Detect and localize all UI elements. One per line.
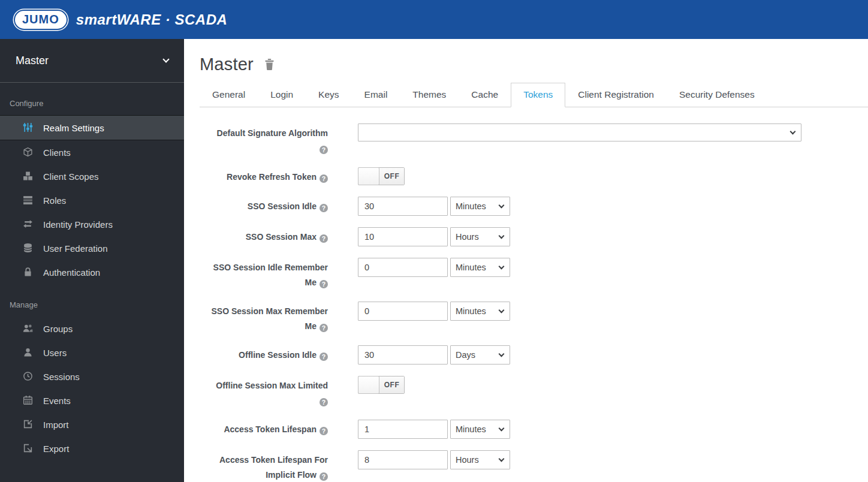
sidebar-item-label: Sessions bbox=[43, 372, 80, 382]
sidebar-item-groups[interactable]: Groups bbox=[0, 317, 184, 341]
help-icon[interactable]: ? bbox=[320, 146, 328, 154]
sidebar-item-client-scopes[interactable]: Client Scopes bbox=[0, 164, 184, 188]
tab-security-defenses[interactable]: Security Defenses bbox=[667, 83, 767, 107]
sidebar-item-events[interactable]: Events bbox=[0, 388, 184, 412]
sidebar-item-label: Authentication bbox=[43, 267, 100, 278]
access-token-lifespan-for-implicit-flow-unit-select[interactable]: Hours bbox=[450, 450, 510, 469]
field-control-sso-session-max-remember-me: Minutes bbox=[358, 302, 510, 321]
offline-session-max-limited-toggle[interactable]: OFF bbox=[358, 376, 405, 394]
sidebar: Master ConfigureRealm SettingsClientsCli… bbox=[0, 39, 184, 482]
tab-login[interactable]: Login bbox=[258, 83, 306, 107]
tab-keys[interactable]: Keys bbox=[306, 83, 351, 107]
default-signature-algorithm-select-wrap bbox=[358, 123, 801, 141]
import-icon bbox=[23, 419, 34, 430]
field-label-text: SSO Session Max Remember Me bbox=[211, 306, 328, 331]
sidebar-item-export[interactable]: Export bbox=[0, 436, 184, 460]
access-token-lifespan-for-implicit-flow-unit-select-wrap: Hours bbox=[450, 450, 510, 469]
form-row-revoke-refresh-token: Revoke Refresh Token?OFF bbox=[208, 167, 868, 185]
tab-general[interactable]: General bbox=[200, 83, 258, 107]
help-icon[interactable]: ? bbox=[320, 204, 328, 212]
help-icon[interactable]: ? bbox=[320, 427, 328, 435]
sso-session-idle-unit-select[interactable]: Minutes bbox=[450, 197, 510, 216]
trash-icon bbox=[264, 59, 275, 70]
offline-session-idle-unit-select[interactable]: Days bbox=[450, 345, 510, 364]
realm-tabs: GeneralLoginKeysEmailThemesCacheTokensCl… bbox=[200, 83, 868, 107]
field-control-offline-session-idle: Days bbox=[358, 345, 510, 364]
brand-text: smartWARE · SCADA bbox=[76, 11, 228, 28]
sidebar-item-clients[interactable]: Clients bbox=[0, 140, 184, 164]
sidebar-item-roles[interactable]: Roles bbox=[0, 188, 184, 212]
field-label-sso-session-idle-remember-me: SSO Session Idle Remember Me? bbox=[208, 258, 328, 290]
sso-session-max-input[interactable] bbox=[358, 227, 448, 246]
revoke-refresh-token-toggle[interactable]: OFF bbox=[358, 167, 405, 185]
sidebar-item-label: Roles bbox=[43, 195, 66, 206]
page-title: Master bbox=[200, 54, 254, 74]
realm-selector[interactable]: Master bbox=[0, 39, 184, 83]
field-label-text: Offline Session Max Limited bbox=[216, 381, 328, 390]
sidebar-item-users[interactable]: Users bbox=[0, 341, 184, 364]
access-token-lifespan-input[interactable] bbox=[358, 420, 448, 439]
users-icon bbox=[23, 323, 34, 334]
sidebar-item-label: Import bbox=[43, 420, 69, 430]
field-label-default-signature-algorithm: Default Signature Algorithm? bbox=[208, 123, 328, 156]
sso-session-max-unit-select[interactable]: Hours bbox=[450, 227, 510, 246]
form-row-sso-session-max-remember-me: SSO Session Max Remember Me?Minutes bbox=[208, 302, 868, 334]
toggle-state-label: OFF bbox=[379, 168, 404, 185]
field-label-text: SSO Session Max bbox=[246, 232, 317, 242]
sidebar-item-label: Events bbox=[43, 396, 71, 406]
sidebar-item-realm-settings[interactable]: Realm Settings bbox=[0, 115, 184, 140]
help-icon[interactable]: ? bbox=[320, 324, 328, 332]
help-icon[interactable]: ? bbox=[320, 353, 328, 361]
help-icon[interactable]: ? bbox=[320, 280, 328, 288]
sidebar-item-sessions[interactable]: Sessions bbox=[0, 364, 184, 388]
help-icon[interactable]: ? bbox=[320, 398, 328, 406]
sidebar-nav: ConfigureRealm SettingsClientsClient Sco… bbox=[0, 83, 184, 460]
sidebar-item-user-federation[interactable]: User Federation bbox=[0, 236, 184, 260]
field-label-text: Access Token Lifespan bbox=[224, 424, 317, 434]
realm-selector-label: Master bbox=[16, 55, 49, 67]
field-control-offline-session-max-limited: OFF bbox=[358, 376, 405, 394]
sidebar-item-import[interactable]: Import bbox=[0, 412, 184, 436]
cubes-icon bbox=[23, 171, 34, 182]
tab-client-registration[interactable]: Client Registration bbox=[565, 83, 667, 107]
sso-session-idle-remember-me-unit-select[interactable]: Minutes bbox=[450, 258, 510, 277]
toggle-state-label: OFF bbox=[379, 376, 404, 393]
help-icon[interactable]: ? bbox=[320, 234, 328, 243]
export-icon bbox=[23, 443, 34, 454]
delete-realm-button[interactable] bbox=[264, 59, 275, 70]
sidebar-item-label: Users bbox=[43, 348, 67, 358]
lock-icon bbox=[23, 267, 34, 278]
field-label-access-token-lifespan-for-implicit-flow: Access Token Lifespan For Implicit Flow? bbox=[208, 450, 328, 482]
field-label-sso-session-idle: SSO Session Idle? bbox=[208, 197, 328, 214]
offline-session-idle-input[interactable] bbox=[358, 345, 448, 364]
toggle-handle bbox=[358, 376, 379, 394]
jumo-logo: JUMO bbox=[15, 11, 67, 29]
sso-session-idle-input[interactable] bbox=[358, 197, 448, 216]
access-token-lifespan-unit-select[interactable]: Minutes bbox=[450, 420, 510, 439]
sidebar-item-authentication[interactable]: Authentication bbox=[0, 260, 184, 284]
sso-session-max-remember-me-input[interactable] bbox=[358, 302, 448, 321]
default-signature-algorithm-select[interactable] bbox=[358, 123, 801, 141]
field-label-access-token-lifespan: Access Token Lifespan? bbox=[208, 420, 328, 437]
tab-cache[interactable]: Cache bbox=[459, 83, 511, 107]
sso-session-max-remember-me-unit-select[interactable]: Minutes bbox=[450, 302, 510, 321]
user-icon bbox=[23, 347, 34, 358]
sso-session-idle-remember-me-input[interactable] bbox=[358, 258, 448, 277]
database-icon bbox=[23, 243, 34, 254]
help-icon[interactable]: ? bbox=[320, 174, 328, 183]
field-label-offline-session-max-limited: Offline Session Max Limited? bbox=[208, 376, 328, 408]
form-row-access-token-lifespan: Access Token Lifespan?Minutes bbox=[208, 420, 868, 439]
tab-themes[interactable]: Themes bbox=[400, 83, 459, 107]
help-icon[interactable]: ? bbox=[320, 472, 328, 481]
access-token-lifespan-for-implicit-flow-input[interactable] bbox=[358, 450, 448, 469]
sliders-icon bbox=[23, 122, 34, 133]
form-row-offline-session-max-limited: Offline Session Max Limited?OFF bbox=[208, 376, 868, 408]
field-label-revoke-refresh-token: Revoke Refresh Token? bbox=[208, 167, 328, 185]
field-control-default-signature-algorithm bbox=[358, 123, 801, 141]
tab-tokens[interactable]: Tokens bbox=[511, 83, 565, 107]
tokens-form: Default Signature Algorithm?Revoke Refre… bbox=[208, 123, 868, 482]
offline-session-idle-unit-select-wrap: Days bbox=[450, 345, 510, 364]
sidebar-item-identity-providers[interactable]: Identity Providers bbox=[0, 212, 184, 236]
tasks-icon bbox=[23, 195, 34, 206]
tab-email[interactable]: Email bbox=[352, 83, 400, 107]
